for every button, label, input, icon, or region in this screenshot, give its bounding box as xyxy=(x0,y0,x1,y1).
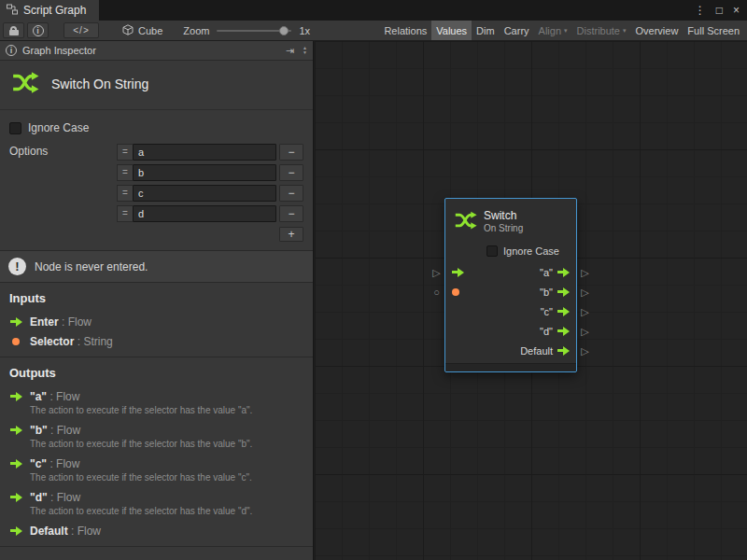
options-label: Options xyxy=(9,142,117,158)
remove-option-button[interactable]: − xyxy=(279,185,303,202)
port-name: Enter xyxy=(30,315,59,329)
drag-handle-icon[interactable]: = xyxy=(117,164,133,181)
warning-box: ! Node is never entered. xyxy=(0,250,313,283)
node-body[interactable]: Switch On String Ignore Case "a" "b" xyxy=(444,198,577,372)
port-separator: : xyxy=(47,457,56,470)
flow-port-icon[interactable] xyxy=(557,346,570,356)
maximize-icon[interactable]: □ xyxy=(716,5,723,16)
output-port-item: "d" : Flow xyxy=(9,489,303,505)
inspector-toggle-button[interactable]: i xyxy=(27,22,49,38)
flow-port-icon[interactable] xyxy=(557,307,570,316)
port-separator: : xyxy=(48,491,57,504)
values-button[interactable]: Values xyxy=(431,21,472,40)
flow-port-icon xyxy=(10,426,22,435)
add-option-button[interactable]: + xyxy=(279,227,303,242)
options-block: Options = − = − = − = − xyxy=(0,134,313,242)
port-name: "b" xyxy=(30,424,48,437)
zoom-slider-thumb[interactable] xyxy=(279,26,289,35)
port-name: Default xyxy=(30,525,68,538)
window-tab-bar: Script Graph ⋮ □ × xyxy=(0,0,747,21)
tab-label: Script Graph xyxy=(23,4,86,17)
port-separator: : xyxy=(68,525,78,538)
option-input[interactable] xyxy=(133,144,276,161)
selector-port[interactable]: ○ xyxy=(429,283,444,302)
input-port-item: Selector : String xyxy=(9,333,303,349)
graph-target[interactable]: Cube xyxy=(122,24,162,37)
port-row: "c" xyxy=(445,301,576,321)
port-description: The action to execute if the selector ha… xyxy=(30,405,303,416)
spin-down-icon[interactable]: ▼ xyxy=(303,50,307,55)
port-type: Flow xyxy=(68,315,92,329)
drag-handle-icon[interactable]: = xyxy=(117,185,133,202)
port-separator: : xyxy=(47,390,56,403)
code-icon: </> xyxy=(73,25,89,35)
dock-icon[interactable]: ⇥ xyxy=(286,45,294,57)
output-port-b[interactable]: ▷ xyxy=(577,283,593,302)
switch-on-string-node[interactable]: ▷ ○ Switch On String Ignore Case xyxy=(429,198,593,372)
input-port-item: Enter : Flow xyxy=(9,314,303,329)
code-view-button[interactable]: </> xyxy=(63,22,99,38)
port-label: "d" xyxy=(540,326,553,337)
info-icon: i xyxy=(33,25,44,36)
output-port-c[interactable]: ▷ xyxy=(577,302,593,322)
output-port-default[interactable]: ▷ xyxy=(577,342,593,361)
port-name: "c" xyxy=(30,457,47,470)
switch-icon xyxy=(454,210,477,233)
flow-port-icon[interactable] xyxy=(557,268,570,277)
close-icon[interactable]: × xyxy=(733,5,740,16)
remove-option-button[interactable]: − xyxy=(279,164,303,181)
remove-option-button[interactable]: − xyxy=(279,205,303,222)
graph-toolbar: i </> Cube Zoom 1x Relations Values Dim … xyxy=(0,21,747,41)
distribute-button[interactable]: Distribute ▾ xyxy=(572,21,631,40)
warning-icon: ! xyxy=(8,258,26,275)
remove-option-button[interactable]: − xyxy=(279,144,303,161)
tab-script-graph[interactable]: Script Graph xyxy=(0,0,99,21)
output-port-d[interactable]: ▷ xyxy=(577,322,593,342)
port-type: Flow xyxy=(56,457,79,470)
port-label: "b" xyxy=(540,287,553,298)
lock-button[interactable] xyxy=(3,22,24,38)
option-row: = − xyxy=(117,162,303,183)
drag-handle-icon[interactable]: = xyxy=(117,144,133,161)
full-screen-button[interactable]: Full Screen xyxy=(683,21,744,40)
inspector-header: i Graph Inspector ⇥ ▲ ▼ xyxy=(0,41,313,61)
outputs-section: Outputs "a" : Flow The action to execute… xyxy=(0,357,313,546)
flow-port-icon[interactable] xyxy=(557,327,570,336)
graph-canvas[interactable]: ▷ ○ Switch On String Ignore Case xyxy=(315,41,747,560)
node-footer xyxy=(445,363,576,371)
ignore-case-label: Ignore Case xyxy=(28,121,89,134)
option-input[interactable] xyxy=(133,185,276,202)
node-ignore-case-checkbox[interactable] xyxy=(486,245,498,257)
node-port-rows: "a" "b" "c" "d" Default xyxy=(445,262,576,360)
scroll-arrows[interactable]: ▲ ▼ xyxy=(300,46,310,55)
zoom-slider[interactable] xyxy=(217,30,291,32)
output-port-a[interactable]: ▷ xyxy=(577,263,593,283)
port-description: The action to execute if the selector ha… xyxy=(30,439,303,450)
kebab-menu-icon[interactable]: ⋮ xyxy=(695,5,706,16)
dim-button[interactable]: Dim xyxy=(472,21,500,40)
enter-port[interactable]: ▷ xyxy=(429,263,444,283)
enter-flow-icon[interactable] xyxy=(452,268,464,277)
option-add-row: + xyxy=(117,227,303,242)
port-row: "d" xyxy=(445,321,576,341)
relations-button[interactable]: Relations xyxy=(379,21,431,40)
selector-value-icon[interactable] xyxy=(452,288,459,296)
ignore-case-checkbox[interactable] xyxy=(9,122,21,134)
drag-handle-icon[interactable]: = xyxy=(117,205,133,222)
chevron-down-icon: ▾ xyxy=(564,27,568,35)
node-ignore-case-row: Ignore Case xyxy=(445,240,576,262)
flow-port-icon[interactable] xyxy=(557,287,570,297)
info-icon: i xyxy=(6,45,17,56)
target-label: Cube xyxy=(138,25,162,36)
carry-button[interactable]: Carry xyxy=(500,21,534,40)
lock-icon xyxy=(9,26,19,35)
node-output-ports: ▷ ▷ ▷ ▷ ▷ xyxy=(577,198,593,372)
align-button[interactable]: Align ▾ xyxy=(534,21,572,40)
window-controls: ⋮ □ × xyxy=(695,0,747,21)
cube-icon xyxy=(122,24,134,37)
option-input[interactable] xyxy=(133,205,276,222)
option-input[interactable] xyxy=(133,164,276,181)
flow-port-icon xyxy=(10,459,22,469)
overview-button[interactable]: Overview xyxy=(631,21,684,40)
port-separator: : xyxy=(48,424,57,437)
